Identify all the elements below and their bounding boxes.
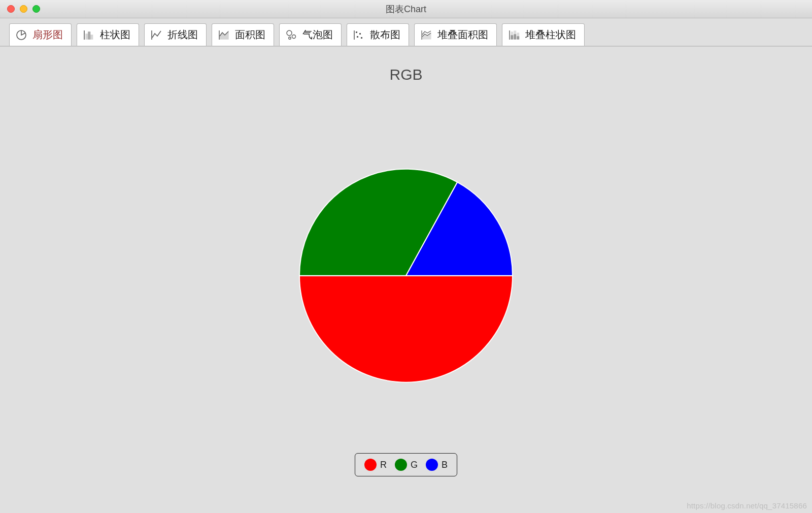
tab-label: 堆叠柱状图	[525, 28, 576, 42]
window-title: 图表Chart	[386, 3, 426, 15]
svg-rect-7	[356, 31, 357, 33]
tab-bar[interactable]: 柱状图	[77, 23, 139, 46]
legend-label: B	[442, 460, 448, 470]
maximize-window-button[interactable]	[32, 5, 40, 13]
title-bar: 图表Chart	[0, 0, 812, 18]
close-window-button[interactable]	[7, 5, 15, 13]
tab-label: 堆叠面积图	[437, 28, 488, 42]
pie-chart	[297, 167, 515, 387]
legend-item-b[interactable]: B	[426, 459, 448, 471]
pie-icon	[15, 28, 28, 42]
svg-rect-3	[91, 35, 93, 39]
svg-rect-12	[511, 36, 513, 39]
watermark-text: https://blog.csdn.net/qq_37415866	[687, 501, 807, 510]
area-icon	[217, 28, 230, 42]
tab-scatter[interactable]: 散布图	[347, 23, 409, 46]
svg-point-4	[287, 30, 292, 36]
pie-slice-r[interactable]	[299, 276, 513, 382]
svg-rect-14	[514, 35, 516, 39]
tab-stacked-area[interactable]: 堆叠面积图	[414, 23, 497, 46]
legend-swatch-icon	[395, 459, 407, 471]
chart-area: RGB RGB	[0, 46, 812, 498]
stacked-bar-icon	[507, 28, 521, 42]
legend-item-g[interactable]: G	[395, 459, 418, 471]
tab-pie[interactable]: 扇形图	[9, 23, 72, 46]
stacked-area-icon	[420, 28, 433, 42]
legend-label: R	[380, 460, 387, 470]
legend-swatch-icon	[426, 459, 438, 471]
minimize-window-button[interactable]	[20, 5, 27, 13]
svg-rect-10	[361, 37, 362, 39]
svg-rect-1	[86, 34, 88, 39]
svg-rect-8	[359, 33, 361, 35]
tab-area[interactable]: 面积图	[212, 23, 274, 46]
svg-point-5	[292, 35, 296, 38]
tab-line[interactable]: 折线图	[144, 23, 207, 46]
chart-type-tabs: 扇形图 柱状图 折线图 面积	[0, 18, 812, 46]
window-controls	[0, 5, 40, 13]
tab-label: 扇形图	[32, 28, 63, 42]
line-icon	[150, 28, 163, 42]
bar-icon	[82, 28, 95, 42]
tab-label: 柱状图	[100, 28, 130, 42]
legend-swatch-icon	[364, 459, 377, 471]
chart-title: RGB	[0, 47, 812, 83]
tab-bubble[interactable]: 气泡图	[279, 23, 342, 46]
chart-legend: RGB	[355, 453, 457, 476]
legend-label: G	[411, 460, 418, 470]
tab-stacked-bar[interactable]: 堆叠柱状图	[502, 23, 585, 46]
svg-rect-9	[357, 36, 358, 38]
legend-item-r[interactable]: R	[364, 459, 387, 471]
scatter-icon	[352, 28, 365, 42]
svg-rect-2	[88, 32, 90, 39]
tab-label: 气泡图	[302, 28, 333, 42]
svg-rect-16	[517, 37, 519, 39]
tab-label: 散布图	[370, 28, 400, 42]
tab-label: 面积图	[235, 28, 265, 42]
tab-label: 折线图	[167, 28, 198, 42]
bubble-icon	[285, 28, 298, 42]
svg-point-6	[289, 37, 291, 39]
